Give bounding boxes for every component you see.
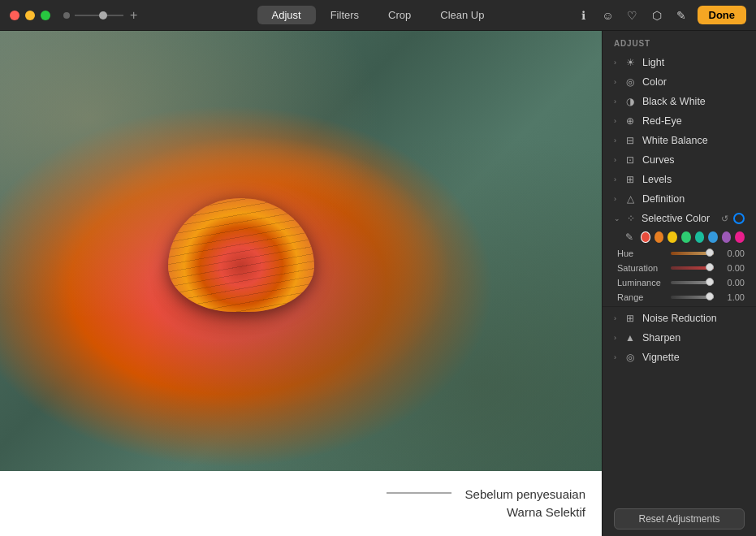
adjust-item-vignette[interactable]: › ◎ Vignette (603, 348, 756, 367)
chevron-right-icon: › (614, 334, 616, 342)
adjust-item-levels[interactable]: › ⊞ Levels (603, 170, 756, 189)
hue-slider[interactable] (671, 252, 714, 255)
emoji-icon[interactable]: ☺ (600, 7, 616, 24)
titlebar-actions: ℹ ☺ ♡ ⬡ ✎ Done (576, 6, 747, 24)
color-icon: ◎ (624, 76, 636, 88)
saturation-thumb[interactable] (706, 263, 714, 271)
definition-icon: △ (624, 193, 636, 205)
adjust-item-redeye[interactable]: › ⊕ Red-Eye (603, 111, 756, 131)
chevron-right-icon: › (614, 136, 616, 145)
tools-icon[interactable]: ✎ (673, 7, 689, 24)
chevron-right-icon: › (614, 195, 616, 203)
saturation-value: 0.00 (719, 263, 745, 273)
sc-reset-icon[interactable]: ↺ (721, 214, 728, 224)
adjust-item-sharpen[interactable]: › ▲ Sharpen (603, 328, 756, 348)
swatch-yellow[interactable] (667, 231, 677, 243)
swatch-red[interactable] (641, 231, 650, 243)
sc-toggle[interactable] (733, 213, 745, 224)
range-slider[interactable] (671, 296, 714, 299)
saturation-slider[interactable] (671, 266, 714, 270)
tab-adjust[interactable]: Adjust (257, 6, 316, 24)
adjust-item-light[interactable]: › ☀ Light (603, 53, 756, 72)
vignette-label: Vignette (642, 352, 745, 363)
caption-line-svg (387, 481, 451, 505)
done-button[interactable]: Done (698, 6, 747, 24)
slider-thumb[interactable] (99, 11, 107, 19)
light-icon: ☀ (624, 57, 636, 68)
adjust-item-noise[interactable]: › ⊞ Noise Reduction (603, 309, 756, 328)
minimize-button[interactable] (25, 11, 35, 20)
chevron-right-icon: › (614, 117, 616, 125)
chevron-right-icon: › (614, 58, 616, 67)
vignette-icon: ◎ (624, 352, 636, 363)
adjust-item-bw[interactable]: › ◑ Black & White (603, 92, 756, 111)
range-label: Range (617, 292, 666, 302)
curves-icon: ⊡ (624, 154, 636, 166)
adjust-item-curves[interactable]: › ⊡ Curves (603, 150, 756, 170)
noise-label: Noise Reduction (642, 313, 745, 324)
close-button[interactable] (10, 11, 19, 20)
swatch-pink[interactable] (735, 231, 745, 243)
selective-color-header[interactable]: ⌄ ⁘ Selective Color ↺ (603, 209, 756, 228)
shell-subject (168, 198, 314, 312)
slider-track[interactable] (75, 15, 123, 16)
swatch-orange[interactable] (654, 231, 664, 243)
color-label: Color (642, 76, 745, 88)
traffic-lights (10, 11, 50, 20)
saturation-slider-row: Saturation 0.00 (603, 261, 756, 275)
maximize-button[interactable] (41, 11, 50, 20)
luminance-slider[interactable] (671, 281, 714, 284)
redeye-icon: ⊕ (624, 115, 636, 127)
chevron-down-icon: ⌄ (614, 214, 620, 223)
adjust-item-wb[interactable]: › ⊟ White Balance (603, 131, 756, 150)
brightness-slider[interactable]: + (63, 8, 137, 23)
adjust-item-color[interactable]: › ◎ Color (603, 72, 756, 92)
caption-line2: Warna Selektif (465, 504, 585, 522)
wb-label: White Balance (642, 135, 745, 146)
tab-cleanup[interactable]: Clean Up (426, 6, 499, 24)
tab-crop[interactable]: Crop (374, 6, 426, 24)
luminance-slider-row: Luminance 0.00 (603, 275, 756, 290)
nav-tabs: Adjust Filters Crop Clean Up (257, 6, 499, 24)
definition-label: Definition (642, 193, 745, 205)
adjust-item-definition[interactable]: › △ Definition (603, 189, 756, 209)
hue-label: Hue (617, 249, 666, 258)
wb-icon: ⊟ (624, 135, 636, 146)
curves-label: Curves (642, 154, 745, 166)
shell-body (168, 198, 314, 312)
luminance-value: 0.00 (719, 278, 745, 287)
slider-dot (63, 12, 70, 19)
noise-icon: ⊞ (624, 313, 636, 324)
titlebar: + Adjust Filters Crop Clean Up ℹ ☺ ♡ ⬡ ✎… (0, 0, 756, 31)
chevron-right-icon: › (614, 78, 616, 86)
slider-plus-icon[interactable]: + (130, 8, 137, 23)
shell-texture (168, 198, 314, 312)
luminance-thumb[interactable] (706, 278, 714, 286)
redeye-label: Red-Eye (642, 115, 745, 127)
share-icon[interactable]: ⬡ (649, 7, 665, 24)
sharpen-label: Sharpen (642, 332, 745, 344)
pencil-icon[interactable]: ✎ (625, 231, 633, 243)
bw-label: Black & White (642, 96, 745, 107)
range-value: 1.00 (719, 292, 745, 302)
range-thumb[interactable] (706, 292, 714, 300)
panel-header: ADJUST (603, 31, 756, 53)
hue-slider-row: Hue 0.00 (603, 246, 756, 261)
luminance-label: Luminance (617, 278, 666, 287)
info-icon[interactable]: ℹ (576, 7, 592, 24)
divider (603, 306, 756, 307)
swatch-green[interactable] (681, 231, 691, 243)
reset-button[interactable]: Reset Adjustments (614, 508, 745, 530)
tab-filters[interactable]: Filters (316, 6, 374, 24)
heart-icon[interactable]: ♡ (624, 7, 641, 24)
swatch-blue[interactable] (708, 231, 718, 243)
chevron-right-icon: › (614, 314, 616, 322)
caption-line1: Sebelum penyesuaian (465, 486, 585, 504)
hue-thumb[interactable] (706, 249, 714, 257)
range-slider-row: Range 1.00 (603, 290, 756, 305)
photo-canvas (0, 31, 602, 471)
photo-background (0, 31, 602, 471)
light-label: Light (642, 57, 745, 68)
swatch-purple[interactable] (722, 231, 732, 243)
swatch-teal[interactable] (695, 231, 705, 243)
